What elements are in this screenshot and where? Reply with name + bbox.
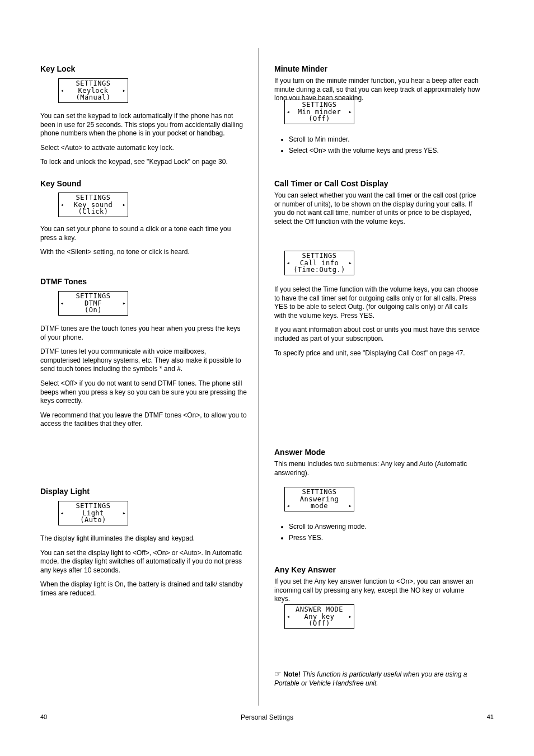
lcd-anykey: ANSWER MODE ◂Any key▸ (Off) xyxy=(284,604,354,629)
lcd-value: (Time:Outg.) xyxy=(286,266,353,274)
lcd-line-b: mode xyxy=(291,503,348,510)
arrow-right-icon: ▸ xyxy=(122,88,127,94)
heading-anykey: Any Key Answer xyxy=(274,565,481,574)
note-text: This function is particularly useful whe… xyxy=(274,670,467,687)
lcd-title: SETTINGS xyxy=(60,80,127,87)
para: To lock and unlock the keypad, see "Keyp… xyxy=(40,158,247,167)
text-light: The display light illuminates the displa… xyxy=(40,534,247,604)
lcd-value: (Click) xyxy=(60,208,127,215)
heading-light: Display Light xyxy=(40,487,247,496)
lcd-title: SETTINGS xyxy=(60,503,127,510)
lcd-title: SETTINGS xyxy=(286,252,353,260)
section-callinfo: Call Timer or Call Cost Display You can … xyxy=(274,179,481,232)
para: You can set the keypad to lock automatic… xyxy=(40,112,247,138)
bullet: Press YES. xyxy=(289,534,481,543)
lcd-title: ANSWER MODE xyxy=(286,606,353,613)
para: If you turn on the minute minder functio… xyxy=(274,77,481,103)
bullet: Select <On> with the volume keys and pre… xyxy=(289,147,481,156)
column-divider xyxy=(259,48,259,706)
arrow-right-icon: ▸ xyxy=(122,202,127,208)
arrow-left-icon: ◂ xyxy=(60,510,64,516)
lcd-value: (Off) xyxy=(286,620,353,627)
arrow-right-icon: ▸ xyxy=(122,300,127,307)
bullet: Scroll to Answering mode. xyxy=(289,523,481,532)
para: You can set your phone to sound a click … xyxy=(40,225,247,242)
text-keylock: You can set the keypad to lock automatic… xyxy=(40,112,247,172)
para: The display light illuminates the displa… xyxy=(40,534,247,543)
lcd-title: SETTINGS xyxy=(60,293,127,300)
arrow-left-icon: ◂ xyxy=(60,202,64,208)
arrow-left-icon: ◂ xyxy=(286,260,291,266)
lcd-value: (Off) xyxy=(286,115,353,123)
para: You can set the display light to <Off>, … xyxy=(40,549,247,575)
para-text: DTMF tones let you communicate with voic… xyxy=(40,348,241,373)
lcd-minute: SETTINGS ◂Min minder▸ (Off) xyxy=(284,100,354,124)
hand-point-icon: ☞ xyxy=(274,669,282,678)
arrow-left-icon: ◂ xyxy=(286,109,291,115)
arrow-right-icon: ▸ xyxy=(348,260,353,266)
para: When the display light is On, the batter… xyxy=(40,580,247,598)
lcd-answer: SETTINGS Answering ◂mode▸ xyxy=(284,487,354,511)
footer-title: Personal Settings xyxy=(0,713,534,721)
arrow-left-icon: ◂ xyxy=(286,614,291,620)
text-callinfo: If you select the Time function with the… xyxy=(274,285,481,363)
lcd-title: SETTINGS xyxy=(60,194,127,201)
note: ☞ Note! This function is particularly us… xyxy=(274,669,481,688)
bullet: Scroll to Min minder. xyxy=(289,135,481,144)
section-anykey: Any Key Answer If you set the Any key an… xyxy=(274,565,481,609)
para: This menu includes two submenus: Any key… xyxy=(274,460,481,477)
para: We recommend that you leave the DTMF ton… xyxy=(40,411,247,429)
section-keysound: Key Sound xyxy=(40,179,247,191)
lcd-title: SETTINGS xyxy=(286,489,353,496)
note-label: Note! xyxy=(283,670,301,678)
note-anykey: ☞ Note! This function is particularly us… xyxy=(274,669,481,693)
heading-keysound: Key Sound xyxy=(40,179,247,188)
lcd-value: (Manual) xyxy=(60,94,127,101)
para: If you want information about cost or un… xyxy=(274,326,481,343)
para: If you set the Any key answer function t… xyxy=(274,577,481,604)
para: DTMF tones let you communicate with voic… xyxy=(40,348,247,374)
bullets-answer: Scroll to Answering mode. Press YES. xyxy=(274,520,481,548)
arrow-left-icon: ◂ xyxy=(60,300,64,307)
para: You can select whether you want the call… xyxy=(274,191,481,226)
lcd-keysound: SETTINGS ◂Key sound▸ (Click) xyxy=(58,192,128,217)
period: . xyxy=(181,365,182,373)
para: If you select the Time function with the… xyxy=(274,285,481,320)
page: Key Lock SETTINGS ◂Keylock▸ (Manual) You… xyxy=(0,0,534,756)
lcd-keylock: SETTINGS ◂Keylock▸ (Manual) xyxy=(58,78,128,103)
lcd-light: SETTINGS ◂Light▸ (Auto) xyxy=(58,501,128,525)
text-dtmf: DTMF tones are the touch tones you hear … xyxy=(40,325,247,434)
arrow-right-icon: ▸ xyxy=(348,503,353,509)
arrow-right-icon: ▸ xyxy=(122,510,127,516)
section-answer: Answer Mode This menu includes two subme… xyxy=(274,448,481,483)
para: Select <Auto> to activate automatic key … xyxy=(40,144,247,153)
para: To specify price and unit, see "Displayi… xyxy=(274,349,481,358)
section-light: Display Light xyxy=(40,487,247,499)
arrow-right-icon: ▸ xyxy=(348,109,353,115)
heading-answer: Answer Mode xyxy=(274,448,481,457)
para: Select <Off> if you do not want to send … xyxy=(40,379,247,406)
heading-keylock: Key Lock xyxy=(40,64,247,73)
lcd-value: (On) xyxy=(60,307,127,314)
para: DTMF tones are the touch tones you hear … xyxy=(40,325,247,342)
lcd-value: (Auto) xyxy=(60,516,127,524)
star-hash: * and # xyxy=(160,365,181,373)
section-keylock: Key Lock xyxy=(40,64,247,77)
heading-dtmf: DTMF Tones xyxy=(40,277,247,286)
para: With the <Silent> setting, no tone or cl… xyxy=(40,248,247,257)
lcd-title: SETTINGS xyxy=(286,101,353,109)
bullets-minute: Scroll to Min minder. Select <On> with t… xyxy=(274,133,481,161)
arrow-right-icon: ▸ xyxy=(348,614,353,620)
text-keysound: You can set your phone to sound a click … xyxy=(40,225,247,262)
section-dtmf: DTMF Tones xyxy=(40,277,247,289)
heading-minute: Minute Minder xyxy=(274,64,481,73)
arrow-left-icon: ◂ xyxy=(286,503,291,509)
heading-callinfo: Call Timer or Call Cost Display xyxy=(274,179,481,188)
lcd-dtmf: SETTINGS ◂DTMF▸ (On) xyxy=(58,291,128,316)
lcd-callinfo: SETTINGS ◂Call info▸ (Time:Outg.) xyxy=(284,251,354,275)
arrow-left-icon: ◂ xyxy=(60,88,64,94)
